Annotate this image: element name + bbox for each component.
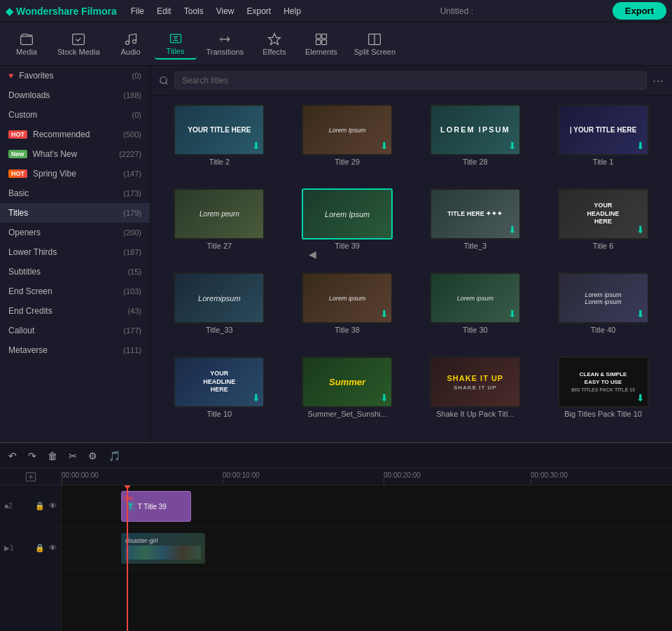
timeline: ↶ ↷ 🗑 ✂ ⚙ 🎵 00:00:00:00 00:00:10:00 00:0… bbox=[0, 442, 672, 631]
title-card-title40[interactable]: Lorem ipsumLorem ipsum ⬇ Title 40 bbox=[540, 270, 666, 352]
title-card-title30[interactable]: Lorem ipsum ⬇ Title 30 bbox=[412, 270, 539, 352]
toolbar-splitscreen[interactable]: Split Screen bbox=[347, 29, 402, 59]
export-button[interactable]: Export bbox=[612, 2, 666, 20]
sidebar-item-downloads[interactable]: Downloads (188) bbox=[0, 85, 150, 105]
toolbar-elements[interactable]: Elements bbox=[298, 29, 344, 59]
sidebar-item-custom[interactable]: Custom (0) bbox=[0, 105, 150, 125]
menu-tools[interactable]: Tools bbox=[178, 4, 209, 19]
toolbar-effects[interactable]: Effects bbox=[253, 29, 295, 59]
sidebar-metaverse-count: (111) bbox=[123, 346, 141, 354]
audio-button[interactable]: 🎵 bbox=[106, 449, 123, 463]
undo-button[interactable]: ↶ bbox=[6, 449, 20, 463]
title38-download-icon[interactable]: ⬇ bbox=[380, 308, 388, 319]
title3-download-icon[interactable]: ⬇ bbox=[508, 224, 517, 235]
sidebar-titles-count: (179) bbox=[123, 209, 141, 217]
svg-marker-5 bbox=[269, 33, 281, 44]
playhead[interactable] bbox=[127, 485, 128, 631]
sidebar-item-recommended[interactable]: HOTRecommended (500) bbox=[0, 125, 150, 144]
bigtitles-download-icon[interactable]: ⬇ bbox=[636, 392, 645, 403]
title2-download-icon[interactable]: ⬇ bbox=[252, 140, 260, 151]
bigtitles-label: Big Titles Pack Title 10 bbox=[564, 410, 642, 418]
menu-file[interactable]: File bbox=[125, 4, 150, 19]
sidebar-item-basic[interactable]: Basic (173) bbox=[0, 183, 150, 203]
menu-edit[interactable]: Edit bbox=[151, 4, 177, 19]
search-input[interactable] bbox=[174, 71, 647, 90]
sidebar-item-endscreen[interactable]: End Screen (103) bbox=[0, 282, 150, 301]
title-card-summer[interactable]: Summer ⬇ Summer_Set_Sunshi... bbox=[284, 354, 411, 436]
sidebar-item-whatsnew[interactable]: NewWhat's New (2227) bbox=[0, 144, 150, 164]
add-track-icon[interactable] bbox=[25, 471, 36, 483]
title38-thumb-text: Lorem ipsum bbox=[329, 295, 365, 302]
hot2-tag: HOT bbox=[8, 169, 27, 178]
title-card-title28[interactable]: LOREM IPSUM ⬇ Title 28 bbox=[412, 102, 539, 184]
menu-export[interactable]: Export bbox=[241, 4, 277, 19]
toolbar-audio[interactable]: Audio bbox=[110, 29, 152, 59]
search-bar: ⋯ bbox=[150, 66, 672, 96]
title-card-title39[interactable]: Lorem Ipsum Title 39 bbox=[284, 186, 411, 268]
title40-download-icon[interactable]: ⬇ bbox=[636, 308, 645, 319]
time-marker-0: 00:00:00:00 bbox=[62, 471, 99, 479]
sidebar-item-subtitles[interactable]: Subtitles (15) bbox=[0, 262, 150, 282]
toolbar-media[interactable]: Media bbox=[6, 29, 48, 59]
track-eye-icon-1[interactable]: 👁 bbox=[49, 501, 57, 511]
track-lock-icon-1[interactable]: 🔒 bbox=[35, 501, 45, 511]
bigtitles-thumb-text: CLEAN & SIMPLEEASY TO USEBig Titles Pack… bbox=[571, 370, 635, 394]
title-card-title6[interactable]: YOURHEADLINEHERE ⬇ Title 6 bbox=[540, 186, 666, 268]
delete-button[interactable]: 🗑 bbox=[45, 449, 60, 463]
title-card-title29[interactable]: Lorem Ipsum ⬇ Title 29 bbox=[284, 102, 411, 184]
title1-download-icon[interactable]: ⬇ bbox=[636, 140, 645, 151]
video-clip[interactable]: disaster-girl bbox=[121, 533, 205, 564]
menu-help[interactable]: Help bbox=[278, 4, 307, 19]
toolbar-titles[interactable]: Titles bbox=[155, 29, 197, 60]
sidebar-lowerthirds-count: (187) bbox=[123, 248, 141, 256]
title6-download-icon[interactable]: ⬇ bbox=[636, 224, 645, 235]
title-card-title27[interactable]: Lorem peurn Title 27 bbox=[156, 186, 283, 268]
sidebar-titles-label: Titles bbox=[8, 208, 28, 218]
menu-view[interactable]: View bbox=[211, 4, 240, 19]
collapse-sidebar-arrow[interactable]: ◀ bbox=[309, 249, 316, 260]
sidebar-endcredits-label: End Credits bbox=[8, 306, 52, 316]
track-lock-icon-2[interactable]: 🔒 bbox=[35, 543, 45, 553]
redo-button[interactable]: ↷ bbox=[25, 449, 39, 463]
cut-button[interactable]: ✂ bbox=[66, 449, 80, 463]
title-card-title33[interactable]: Loremipsum Title_33 bbox=[156, 270, 283, 352]
title1-thumb-text: | YOUR TITLE HERE bbox=[567, 123, 639, 137]
grid-view-icon[interactable]: ⋯ bbox=[652, 74, 664, 88]
title-card-title3[interactable]: TITLE HERE ✦✦✦ ⬇ Title_3 bbox=[412, 186, 539, 268]
title27-label: Title 27 bbox=[207, 242, 232, 250]
heart-icon: ♥ bbox=[8, 71, 13, 81]
title-clip-label: T Title 39 bbox=[138, 503, 167, 511]
sidebar-callout-count: (177) bbox=[123, 326, 141, 335]
title-card-title2[interactable]: YOUR TITLE HERE ⬇ Title 2 bbox=[156, 102, 283, 184]
track-header-2: ▶1 🔒 👁 bbox=[0, 527, 61, 569]
summer-download-icon[interactable]: ⬇ bbox=[380, 392, 388, 403]
title-card-title1[interactable]: | YOUR TITLE HERE ⬇ Title 1 bbox=[540, 102, 666, 184]
title-card-bigtitles[interactable]: CLEAN & SIMPLEEASY TO USEBig Titles Pack… bbox=[540, 354, 666, 436]
sidebar-item-springvibe[interactable]: HOTSpring Vibe (147) bbox=[0, 164, 150, 183]
sidebar-basic-label: Basic bbox=[8, 188, 29, 198]
title-card-title38[interactable]: Lorem ipsum ⬇ Title 38 bbox=[284, 270, 411, 352]
toolbar-stock[interactable]: Stock Media bbox=[50, 29, 107, 59]
ruler-left-gutter bbox=[0, 469, 62, 485]
adjust-button[interactable]: ⚙ bbox=[85, 449, 100, 463]
title30-download-icon[interactable]: ⬇ bbox=[508, 308, 517, 319]
title29-download-icon[interactable]: ⬇ bbox=[380, 140, 388, 151]
content-panel: ◀ ⋯ YOUR TITLE HERE ⬇ Title 2 bbox=[150, 66, 672, 442]
search-icon bbox=[159, 76, 169, 85]
title10-download-icon[interactable]: ⬇ bbox=[252, 392, 260, 403]
sidebar-item-callout[interactable]: Callout (177) bbox=[0, 321, 150, 340]
sidebar-callout-label: Callout bbox=[8, 326, 34, 335]
sidebar-item-openers[interactable]: Openers (200) bbox=[0, 223, 150, 242]
title-card-title10[interactable]: YOURHEADLINEHERE ⬇ Title 10 bbox=[156, 354, 283, 436]
sidebar-item-lowerthirds[interactable]: Lower Thirds (187) bbox=[0, 242, 150, 262]
sidebar-favorites-count: (0) bbox=[132, 71, 141, 80]
playhead-head bbox=[122, 485, 133, 490]
title28-download-icon[interactable]: ⬇ bbox=[508, 140, 517, 151]
sidebar-item-titles[interactable]: Titles (179) bbox=[0, 203, 150, 223]
toolbar-transitions[interactable]: Transitions bbox=[200, 29, 251, 59]
sidebar-item-metaverse[interactable]: Metaverse (111) bbox=[0, 340, 150, 360]
title-card-shake[interactable]: SHAKE IT UPSHAKE IT UP Shake It Up Pack … bbox=[412, 354, 539, 436]
sidebar-item-endcredits[interactable]: End Credits (43) bbox=[0, 301, 150, 321]
sidebar-item-favorites[interactable]: ♥Favorites (0) bbox=[0, 66, 150, 85]
track-eye-icon-2[interactable]: 👁 bbox=[49, 543, 57, 553]
